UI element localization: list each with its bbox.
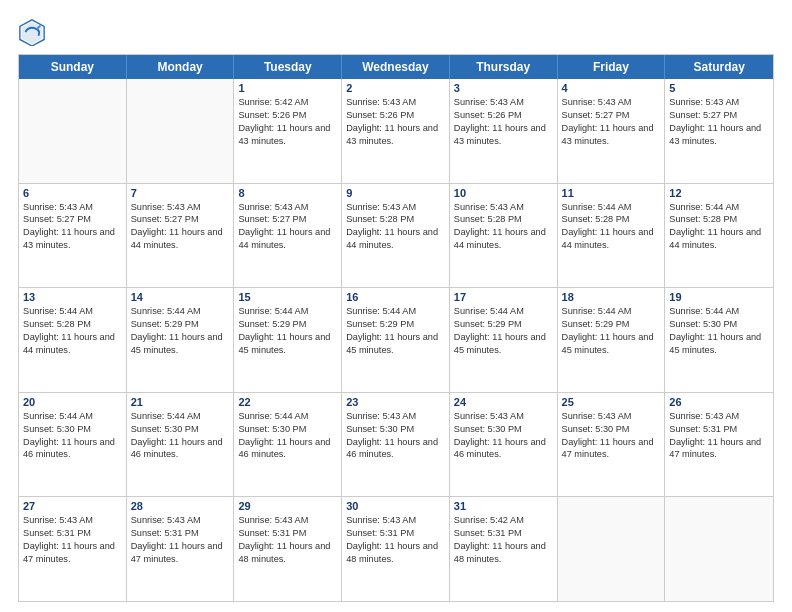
weekday-header: Friday (558, 55, 666, 79)
calendar-cell: 30Sunrise: 5:43 AMSunset: 5:31 PMDayligh… (342, 497, 450, 601)
day-number: 13 (23, 291, 122, 303)
day-number: 30 (346, 500, 445, 512)
calendar-row: 20Sunrise: 5:44 AMSunset: 5:30 PMDayligh… (19, 393, 773, 498)
calendar: SundayMondayTuesdayWednesdayThursdayFrid… (18, 54, 774, 602)
sunset-text: Sunset: 5:31 PM (669, 423, 769, 436)
calendar-cell: 7Sunrise: 5:43 AMSunset: 5:27 PMDaylight… (127, 184, 235, 288)
calendar-cell: 15Sunrise: 5:44 AMSunset: 5:29 PMDayligh… (234, 288, 342, 392)
calendar-cell (558, 497, 666, 601)
weekday-header: Sunday (19, 55, 127, 79)
sunset-text: Sunset: 5:27 PM (23, 213, 122, 226)
day-number: 4 (562, 82, 661, 94)
daylight-text: Daylight: 11 hours and 46 minutes. (23, 436, 122, 462)
sunset-text: Sunset: 5:30 PM (454, 423, 553, 436)
day-number: 2 (346, 82, 445, 94)
sunrise-text: Sunrise: 5:43 AM (454, 410, 553, 423)
sunrise-text: Sunrise: 5:43 AM (346, 96, 445, 109)
weekday-header: Wednesday (342, 55, 450, 79)
daylight-text: Daylight: 11 hours and 43 minutes. (454, 122, 553, 148)
calendar-body: 1Sunrise: 5:42 AMSunset: 5:26 PMDaylight… (19, 79, 773, 601)
daylight-text: Daylight: 11 hours and 45 minutes. (562, 331, 661, 357)
sunset-text: Sunset: 5:31 PM (238, 527, 337, 540)
sunset-text: Sunset: 5:31 PM (23, 527, 122, 540)
sunset-text: Sunset: 5:30 PM (562, 423, 661, 436)
sunrise-text: Sunrise: 5:43 AM (562, 410, 661, 423)
daylight-text: Daylight: 11 hours and 47 minutes. (669, 436, 769, 462)
sunrise-text: Sunrise: 5:44 AM (131, 410, 230, 423)
sunrise-text: Sunrise: 5:43 AM (23, 514, 122, 527)
calendar-cell: 2Sunrise: 5:43 AMSunset: 5:26 PMDaylight… (342, 79, 450, 183)
day-number: 23 (346, 396, 445, 408)
day-number: 1 (238, 82, 337, 94)
day-number: 7 (131, 187, 230, 199)
day-number: 29 (238, 500, 337, 512)
calendar-cell: 6Sunrise: 5:43 AMSunset: 5:27 PMDaylight… (19, 184, 127, 288)
calendar-cell: 17Sunrise: 5:44 AMSunset: 5:29 PMDayligh… (450, 288, 558, 392)
calendar-header: SundayMondayTuesdayWednesdayThursdayFrid… (19, 55, 773, 79)
sunset-text: Sunset: 5:30 PM (23, 423, 122, 436)
day-number: 10 (454, 187, 553, 199)
day-number: 14 (131, 291, 230, 303)
sunset-text: Sunset: 5:26 PM (454, 109, 553, 122)
sunrise-text: Sunrise: 5:44 AM (238, 305, 337, 318)
sunset-text: Sunset: 5:30 PM (131, 423, 230, 436)
daylight-text: Daylight: 11 hours and 45 minutes. (346, 331, 445, 357)
calendar-cell: 24Sunrise: 5:43 AMSunset: 5:30 PMDayligh… (450, 393, 558, 497)
day-number: 31 (454, 500, 553, 512)
sunrise-text: Sunrise: 5:43 AM (346, 201, 445, 214)
daylight-text: Daylight: 11 hours and 46 minutes. (346, 436, 445, 462)
day-number: 5 (669, 82, 769, 94)
day-number: 17 (454, 291, 553, 303)
calendar-cell: 27Sunrise: 5:43 AMSunset: 5:31 PMDayligh… (19, 497, 127, 601)
sunrise-text: Sunrise: 5:43 AM (23, 201, 122, 214)
day-number: 16 (346, 291, 445, 303)
sunrise-text: Sunrise: 5:43 AM (454, 96, 553, 109)
sunrise-text: Sunrise: 5:44 AM (238, 410, 337, 423)
day-number: 25 (562, 396, 661, 408)
calendar-cell: 16Sunrise: 5:44 AMSunset: 5:29 PMDayligh… (342, 288, 450, 392)
calendar-cell: 13Sunrise: 5:44 AMSunset: 5:28 PMDayligh… (19, 288, 127, 392)
calendar-row: 13Sunrise: 5:44 AMSunset: 5:28 PMDayligh… (19, 288, 773, 393)
sunset-text: Sunset: 5:30 PM (238, 423, 337, 436)
daylight-text: Daylight: 11 hours and 44 minutes. (23, 331, 122, 357)
daylight-text: Daylight: 11 hours and 48 minutes. (238, 540, 337, 566)
sunrise-text: Sunrise: 5:43 AM (131, 514, 230, 527)
calendar-cell: 19Sunrise: 5:44 AMSunset: 5:30 PMDayligh… (665, 288, 773, 392)
calendar-cell: 21Sunrise: 5:44 AMSunset: 5:30 PMDayligh… (127, 393, 235, 497)
day-number: 20 (23, 396, 122, 408)
sunrise-text: Sunrise: 5:42 AM (238, 96, 337, 109)
day-number: 6 (23, 187, 122, 199)
daylight-text: Daylight: 11 hours and 44 minutes. (562, 226, 661, 252)
calendar-cell: 3Sunrise: 5:43 AMSunset: 5:26 PMDaylight… (450, 79, 558, 183)
logo-icon (18, 18, 46, 46)
sunset-text: Sunset: 5:28 PM (346, 213, 445, 226)
sunset-text: Sunset: 5:29 PM (131, 318, 230, 331)
sunset-text: Sunset: 5:27 PM (238, 213, 337, 226)
sunset-text: Sunset: 5:28 PM (454, 213, 553, 226)
day-number: 22 (238, 396, 337, 408)
daylight-text: Daylight: 11 hours and 46 minutes. (454, 436, 553, 462)
calendar-cell: 20Sunrise: 5:44 AMSunset: 5:30 PMDayligh… (19, 393, 127, 497)
logo (18, 18, 50, 46)
calendar-row: 27Sunrise: 5:43 AMSunset: 5:31 PMDayligh… (19, 497, 773, 601)
calendar-cell: 5Sunrise: 5:43 AMSunset: 5:27 PMDaylight… (665, 79, 773, 183)
daylight-text: Daylight: 11 hours and 48 minutes. (346, 540, 445, 566)
daylight-text: Daylight: 11 hours and 44 minutes. (238, 226, 337, 252)
sunset-text: Sunset: 5:27 PM (131, 213, 230, 226)
sunset-text: Sunset: 5:29 PM (454, 318, 553, 331)
sunset-text: Sunset: 5:29 PM (238, 318, 337, 331)
daylight-text: Daylight: 11 hours and 43 minutes. (238, 122, 337, 148)
sunrise-text: Sunrise: 5:43 AM (562, 96, 661, 109)
day-number: 8 (238, 187, 337, 199)
sunset-text: Sunset: 5:27 PM (669, 109, 769, 122)
day-number: 26 (669, 396, 769, 408)
sunrise-text: Sunrise: 5:44 AM (454, 305, 553, 318)
daylight-text: Daylight: 11 hours and 48 minutes. (454, 540, 553, 566)
calendar-cell: 29Sunrise: 5:43 AMSunset: 5:31 PMDayligh… (234, 497, 342, 601)
day-number: 15 (238, 291, 337, 303)
day-number: 18 (562, 291, 661, 303)
day-number: 9 (346, 187, 445, 199)
calendar-cell: 23Sunrise: 5:43 AMSunset: 5:30 PMDayligh… (342, 393, 450, 497)
calendar-cell: 12Sunrise: 5:44 AMSunset: 5:28 PMDayligh… (665, 184, 773, 288)
daylight-text: Daylight: 11 hours and 46 minutes. (131, 436, 230, 462)
